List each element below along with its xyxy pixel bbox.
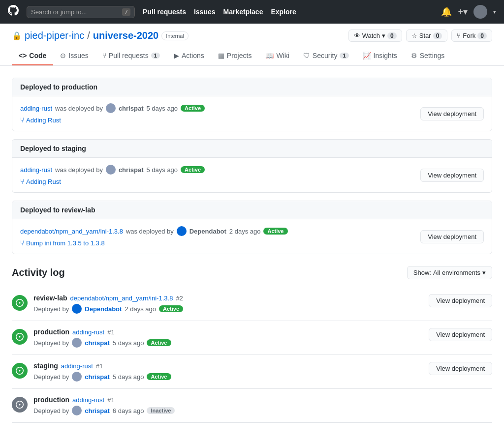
eye-icon: 👁 <box>354 32 360 39</box>
lock-icon: 🔒 <box>12 31 22 40</box>
deploy-card: Deployed to staging adding-rust was depl… <box>12 139 492 193</box>
activity-view-deployment-button[interactable]: View deployment <box>429 362 492 375</box>
activity-row1: staging adding-rust #1 <box>33 362 423 370</box>
commit-link[interactable]: Adding Rust <box>26 178 61 185</box>
activity-branch[interactable]: adding-rust <box>72 328 104 336</box>
projects-icon: ▦ <box>218 52 224 59</box>
deploy-user: chrispat <box>119 105 144 112</box>
pr-icon: ⑂ <box>102 52 106 59</box>
deploy-info: adding-rust was deployed by chrispat 5 d… <box>20 165 205 185</box>
deploy-status-badge: Active <box>263 228 287 235</box>
navbar-pullrequests[interactable]: Pull requests <box>143 8 186 16</box>
activity-row1: review-lab dependabot/npm_and_yarn/ini-1… <box>33 294 423 302</box>
deploy-card-header: Deployed to staging <box>12 140 492 158</box>
activity-status-badge: Active <box>147 373 171 380</box>
activity-view-deployment-button[interactable]: View deployment <box>429 328 492 341</box>
branch-link[interactable]: adding-rust <box>20 166 52 174</box>
activity-time: 5 days ago <box>113 373 144 381</box>
activity-user-avatar <box>72 372 82 382</box>
deploy-card-body: adding-rust was deployed by chrispat 5 d… <box>12 96 492 131</box>
activity-branch[interactable]: adding-rust <box>72 396 104 404</box>
tab-security-label: Security <box>313 52 338 59</box>
avatar[interactable] <box>473 5 487 19</box>
activity-item: production adding-rust #1 Deployed by ch… <box>12 389 492 423</box>
branch-link[interactable]: adding-rust <box>20 105 52 112</box>
show-label: Show: <box>413 269 431 276</box>
tab-insights[interactable]: 📈 Insights <box>356 47 404 65</box>
view-deployment-button[interactable]: View deployment <box>420 169 484 182</box>
deploy-card-header: Deployed to review-lab <box>12 201 492 219</box>
activity-num: #1 <box>96 362 103 370</box>
fork-icon: ⑂ <box>457 32 461 39</box>
activity-row2: Deployed by chrispat 5 days ago Active <box>33 372 423 382</box>
star-button[interactable]: ☆ Star 0 <box>406 30 448 42</box>
plus-icon[interactable]: +▾ <box>458 6 468 17</box>
notification-icon[interactable]: 🔔 <box>441 6 452 17</box>
avatar-chevron[interactable]: ▾ <box>493 9 496 15</box>
tab-wiki[interactable]: 📖 Wiki <box>258 47 296 65</box>
star-count: 0 <box>433 32 442 39</box>
show-env-button[interactable]: Show: All environments ▾ <box>407 266 492 279</box>
deploy-action-text: was deployed by <box>126 228 174 235</box>
tab-actions[interactable]: ▶ Actions <box>167 47 211 65</box>
activity-branch[interactable]: dependabot/npm_and_yarn/ini-1.3.8 <box>70 295 173 302</box>
repo-org[interactable]: pied-piper-inc <box>25 30 84 41</box>
activity-num: #2 <box>176 295 183 302</box>
activity-view-deployment-button[interactable]: View deployment <box>429 294 492 307</box>
watch-button[interactable]: 👁 Watch ▾ 0 <box>348 30 402 42</box>
fork-button[interactable]: ⑂ Fork 0 <box>451 30 492 42</box>
tab-security[interactable]: 🛡 Security 1 <box>296 47 356 65</box>
navbar-issues[interactable]: Issues <box>194 8 216 16</box>
commit-row: ⑂ Adding Rust <box>20 116 205 124</box>
repo-header: 🔒 pied-piper-inc / universe-2020 Interna… <box>0 24 504 66</box>
deploy-status-badge: Active <box>181 166 205 173</box>
actions-icon: ▶ <box>174 52 179 59</box>
deploy-avatar <box>106 103 116 113</box>
tab-code[interactable]: <> Code <box>12 47 53 65</box>
repo-name[interactable]: universe-2020 <box>93 30 158 41</box>
tab-projects[interactable]: ▦ Projects <box>211 47 259 65</box>
deploy-info: adding-rust was deployed by chrispat 5 d… <box>20 103 205 124</box>
tab-issues[interactable]: ⊙ Issues <box>53 47 95 65</box>
deploy-info: dependabot/npm_and_yarn/ini-1.3.8 was de… <box>20 226 288 247</box>
activity-env: production <box>33 328 69 336</box>
tab-issues-label: Issues <box>68 52 88 59</box>
view-deployment-button[interactable]: View deployment <box>420 230 484 243</box>
activity-time: 5 days ago <box>113 339 144 347</box>
view-deployment-button[interactable]: View deployment <box>420 107 484 120</box>
activity-time: 6 days ago <box>113 407 144 414</box>
activity-status-badge: Inactive <box>147 407 175 414</box>
branch-link[interactable]: dependabot/npm_and_yarn/ini-1.3.8 <box>20 228 123 235</box>
activity-row2: Deployed by chrispat 6 days ago Inactive <box>33 406 486 415</box>
github-logo[interactable] <box>8 5 19 19</box>
activity-deployed-text: Deployed by <box>33 407 69 414</box>
deploy-branch-row: dependabot/npm_and_yarn/ini-1.3.8 was de… <box>20 226 288 236</box>
git-branch-icon: ⑂ <box>20 177 24 185</box>
activity-deployed-text: Deployed by <box>33 305 69 313</box>
deploy-branch-row: adding-rust was deployed by chrispat 5 d… <box>20 103 205 113</box>
commit-link[interactable]: Adding Rust <box>26 117 61 124</box>
tab-settings[interactable]: ⚙ Settings <box>404 47 452 65</box>
tab-settings-label: Settings <box>420 52 445 59</box>
watch-count: 0 <box>387 32 397 39</box>
navbar-explore[interactable]: Explore <box>271 8 296 16</box>
tab-insights-label: Insights <box>374 52 397 59</box>
commit-link[interactable]: Bump ini from 1.3.5 to 1.3.8 <box>26 239 105 247</box>
activity-row1: production adding-rust #1 <box>33 328 423 336</box>
tab-pullrequests[interactable]: ⑂ Pull requests 1 <box>95 47 167 65</box>
deploy-avatar <box>106 165 116 175</box>
activity-right: View deployment <box>429 328 492 341</box>
activity-row2: Deployed by Dependabot 2 days ago Active <box>33 304 423 314</box>
activity-user: chrispat <box>85 373 110 381</box>
navbar-right: 🔔 +▾ ▾ <box>441 5 496 19</box>
activity-num: #1 <box>107 396 114 404</box>
watch-chevron: ▾ <box>382 32 385 39</box>
activity-env: production <box>33 396 69 404</box>
search-bar[interactable]: Search or jump to... / <box>27 6 135 18</box>
navbar-marketplace[interactable]: Marketplace <box>223 8 263 16</box>
main-content: Deployed to production adding-rust was d… <box>0 66 504 435</box>
deploy-action-text: was deployed by <box>55 105 103 112</box>
tab-code-label: Code <box>29 52 46 59</box>
activity-branch[interactable]: adding-rust <box>61 362 93 370</box>
activity-content: staging adding-rust #1 Deployed by chris… <box>33 362 423 382</box>
